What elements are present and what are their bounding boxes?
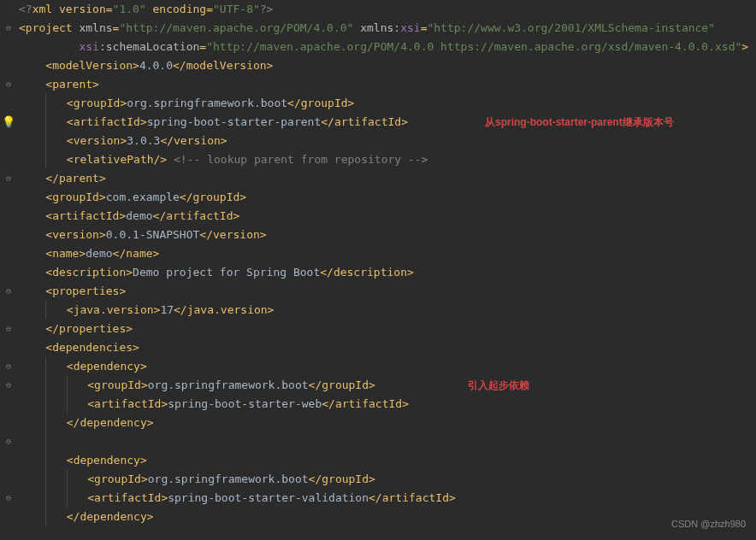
gutter-blank bbox=[0, 38, 17, 56]
attr-value: "1.0" bbox=[113, 3, 146, 15]
punct: < bbox=[67, 153, 74, 166]
xml-tag: description bbox=[334, 266, 407, 279]
punct: > bbox=[268, 303, 275, 316]
xml-tag: version bbox=[52, 228, 99, 241]
gutter-blank bbox=[0, 508, 17, 526]
gutter-blank bbox=[0, 301, 17, 320]
punct: = bbox=[106, 3, 113, 15]
punct: : bbox=[393, 21, 400, 34]
code-line[interactable]: <name>demo</name> bbox=[19, 244, 756, 263]
fold-icon[interactable]: ⊖ bbox=[0, 282, 17, 301]
xml-tag: project bbox=[26, 21, 73, 34]
punct: < bbox=[45, 247, 52, 260]
watermark: CSDN @zhzh980 bbox=[671, 514, 746, 533]
punct: > bbox=[369, 379, 375, 391]
code-line[interactable]: <?xml version="1.0" encoding="UTF-8"?> bbox=[19, 0, 756, 19]
code-line[interactable]: <artifactId>spring-boot-starter-web</art… bbox=[19, 395, 756, 414]
code-line[interactable]: </dependency> bbox=[19, 508, 756, 526]
code-line[interactable]: <description>Demo project for Spring Boo… bbox=[19, 263, 756, 282]
code-line[interactable]: <version>0.0.1-SNAPSHOT</version> bbox=[19, 226, 756, 244]
code-line[interactable]: <groupId>com.example</groupId> bbox=[19, 188, 756, 207]
code-line[interactable]: <modelVersion>4.0.0</modelVersion> bbox=[19, 56, 756, 75]
punct: </ bbox=[160, 134, 174, 147]
xml-tag: java.version bbox=[74, 303, 154, 316]
fold-icon[interactable]: ⊖ bbox=[0, 19, 17, 38]
punct: > bbox=[99, 172, 106, 185]
gutter-blank bbox=[0, 150, 17, 169]
punct: </ bbox=[113, 247, 127, 260]
text: org.springframework.boot bbox=[127, 97, 287, 109]
punct: > bbox=[141, 379, 148, 391]
code-line[interactable]: <dependencies> bbox=[19, 338, 756, 357]
fold-icon[interactable]: ⊖ bbox=[0, 432, 17, 451]
gutter-blank bbox=[0, 470, 17, 489]
code-line[interactable]: <artifactId>spring-boot-starter-validati… bbox=[19, 489, 756, 508]
text: 0.0.1-SNAPSHOT bbox=[106, 228, 200, 241]
attr-name: :schemaLocation bbox=[99, 40, 199, 53]
xml-tag: artifactId bbox=[94, 397, 161, 410]
xml-prolog: <? bbox=[19, 3, 32, 15]
punct: > bbox=[267, 59, 274, 72]
code-line[interactable] bbox=[19, 432, 756, 451]
punct: < bbox=[67, 115, 74, 128]
gutter-blank bbox=[0, 244, 17, 263]
xml-tag: dependencies bbox=[52, 341, 133, 354]
code-line[interactable]: <groupId>org.springframework.boot</group… bbox=[19, 94, 756, 113]
xml-tag: groupId bbox=[94, 379, 141, 391]
punct: > bbox=[153, 247, 160, 260]
code-line[interactable]: </dependency> bbox=[19, 414, 756, 432]
fold-icon[interactable]: ⊖ bbox=[0, 357, 17, 376]
punct: < bbox=[67, 134, 74, 147]
xml-tag: artifactId bbox=[335, 397, 402, 410]
code-line[interactable]: xsi:schemaLocation="http://maven.apache.… bbox=[19, 38, 756, 56]
punct: < bbox=[87, 491, 94, 504]
punct: </ bbox=[67, 416, 80, 429]
code-line[interactable]: <properties> bbox=[19, 282, 756, 301]
xml-tag: java.version bbox=[187, 303, 268, 316]
punct: > bbox=[402, 397, 409, 410]
attr-value: "http://maven.apache.org/POM/4.0.0 https… bbox=[206, 40, 741, 53]
fold-icon[interactable]: ⊖ bbox=[0, 489, 17, 508]
code-line[interactable]: <artifactId>demo</artifactId> bbox=[19, 207, 756, 226]
code-line[interactable]: </parent> bbox=[19, 169, 756, 188]
code-line[interactable]: </properties> bbox=[19, 320, 756, 338]
text: org.springframework.boot bbox=[148, 379, 309, 391]
punct: </ bbox=[153, 209, 167, 222]
xml-tag: properties bbox=[52, 285, 119, 297]
text: 3.0.3 bbox=[127, 134, 160, 147]
punct: > bbox=[126, 322, 133, 335]
code-line[interactable]: <dependency> bbox=[19, 357, 756, 376]
fold-icon[interactable]: ⊖ bbox=[0, 75, 17, 94]
xml-tag: modelVersion bbox=[52, 59, 133, 72]
code-line[interactable]: <groupId>org.springframework.boot</group… bbox=[19, 470, 756, 489]
punct: = bbox=[199, 40, 206, 53]
code-line[interactable]: <groupId>org.springframework.boot</group… bbox=[19, 376, 756, 395]
code-line[interactable]: <version>3.0.3</version> bbox=[19, 132, 756, 150]
code-line[interactable]: <parent> bbox=[19, 75, 756, 94]
punct: </ bbox=[320, 266, 334, 279]
lightbulb-icon[interactable]: 💡 bbox=[0, 113, 17, 132]
xml-tag: artifactId bbox=[334, 115, 401, 128]
punct: > bbox=[401, 115, 408, 128]
code-editor[interactable]: ⊖ ⊖ 💡 ⊖ ⊖ ⊖ ⊖ ⊖ ⊖ ⊖ ⊖ <?xml version="1.0… bbox=[0, 0, 756, 540]
punct: < bbox=[67, 454, 74, 467]
xml-tag: artifactId bbox=[382, 491, 449, 504]
code-line[interactable]: <dependency> bbox=[19, 451, 756, 470]
code-line[interactable]: <java.version>17</java.version> bbox=[19, 301, 756, 320]
punct: > bbox=[141, 472, 148, 485]
xml-prolog: ?> bbox=[260, 3, 274, 15]
fold-icon[interactable]: ⊖ bbox=[0, 376, 17, 395]
gutter-blank bbox=[0, 132, 17, 150]
gutter-blank bbox=[0, 338, 17, 357]
fold-icon[interactable]: ⊖ bbox=[0, 169, 17, 188]
punct: < bbox=[45, 341, 52, 354]
punct: < bbox=[19, 21, 26, 34]
code-content[interactable]: <?xml version="1.0" encoding="UTF-8"?> <… bbox=[17, 0, 756, 540]
fold-icon[interactable]: ⊖ bbox=[0, 320, 17, 338]
text: org.springframework.boot bbox=[148, 472, 309, 485]
code-line[interactable]: <project xmlns="http://maven.apache.org/… bbox=[19, 19, 756, 38]
code-line[interactable]: <artifactId>spring-boot-starter-parent</… bbox=[19, 113, 756, 132]
punct: > bbox=[99, 191, 106, 203]
xml-tag: groupId bbox=[74, 97, 121, 109]
code-line[interactable]: <relativePath/> <!-- lookup parent from … bbox=[19, 150, 756, 169]
